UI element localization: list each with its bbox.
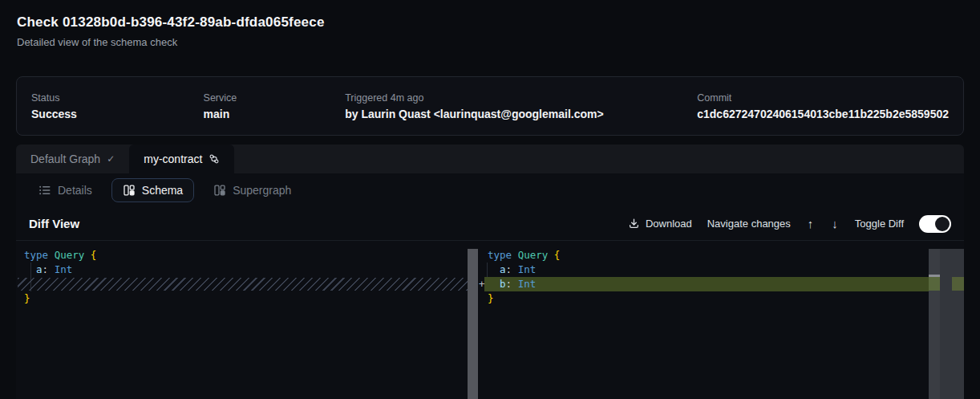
code-line: a: Int: [478, 263, 929, 277]
navigate-changes-label: Navigate changes: [707, 218, 791, 230]
triggered-label: Triggered 4m ago: [345, 92, 697, 104]
tab-schema-label: Schema: [142, 184, 183, 197]
code-line: type Query {: [16, 248, 468, 263]
status-label: Status: [31, 92, 204, 104]
check-icon: ✓: [107, 153, 115, 165]
minimap-added-marker: [929, 277, 940, 291]
toggle-diff-switch[interactable]: [919, 215, 951, 233]
diff-view-title: Diff View: [29, 217, 79, 230]
tab-details-label: Details: [58, 184, 92, 197]
commit-value: c1dc62724702406154013cbe11b225b2e5859502: [697, 108, 949, 120]
code-line: type Query {: [478, 248, 929, 263]
service-column: Service main: [204, 92, 346, 120]
next-change-button[interactable]: ↓: [830, 217, 840, 230]
tab-default-graph[interactable]: Default Graph ✓: [16, 145, 129, 173]
left-pane-scrollbar[interactable]: [468, 249, 478, 399]
added-code-line: + b: Int: [478, 277, 929, 291]
toggle-diff-label: Toggle Diff: [855, 218, 904, 230]
columns-icon: [213, 184, 226, 197]
triggered-column: Triggered 4m ago by Laurin Quast <laurin…: [345, 92, 697, 120]
status-value: Success: [31, 108, 204, 120]
triggered-value: by Laurin Quast <laurinquast@googlemail.…: [345, 108, 697, 120]
arrow-down-icon: ↓: [832, 217, 838, 230]
arrow-up-icon: ↑: [808, 217, 814, 230]
code-line: }: [16, 291, 468, 306]
diff-pane-after[interactable]: type Query { a: Int+ b: Int}: [478, 241, 929, 399]
toggle-knob: [935, 217, 950, 231]
list-icon: [38, 184, 51, 197]
tab-my-contract[interactable]: my-contract: [129, 145, 234, 173]
added-line-plus-sign: +: [479, 277, 485, 291]
download-label: Download: [646, 218, 692, 230]
graph-tab-strip: Default Graph ✓ my-contract: [16, 145, 964, 173]
schema-check-page: Check 01328b0d-b396-43f2-89ab-dfda065fee…: [0, 0, 980, 399]
tab-default-graph-label: Default Graph: [30, 153, 100, 165]
page-title: Check 01328b0d-b396-43f2-89ab-dfda065fee…: [17, 14, 325, 31]
columns-icon: [123, 184, 136, 197]
check-summary-card: Status Success Service main Triggered 4m…: [16, 76, 964, 136]
tab-schema[interactable]: Schema: [111, 178, 194, 202]
code-line: a: Int: [16, 263, 468, 277]
contract-panel: Details Schema: [16, 173, 964, 399]
code-line: }: [478, 291, 929, 306]
diff-placeholder-line: [18, 278, 468, 291]
git-compare-icon: [209, 153, 220, 165]
tab-details[interactable]: Details: [27, 178, 103, 202]
commit-label: Commit: [697, 92, 949, 104]
diff-view-header: Diff View Download Navigate changes ↑: [16, 207, 964, 241]
navigate-changes-button[interactable]: Navigate changes: [707, 218, 791, 230]
download-button[interactable]: Download: [628, 218, 692, 230]
overview-ruler-added-marker: [952, 277, 964, 291]
diff-controls: Download Navigate changes ↑ ↓ Toggle Dif…: [628, 215, 951, 233]
previous-change-button[interactable]: ↑: [806, 217, 816, 230]
service-label: Service: [204, 92, 346, 104]
page-subtitle: Detailed view of the schema check: [17, 36, 325, 48]
view-tabs: Details Schema: [16, 173, 964, 207]
service-value: main: [204, 108, 346, 120]
minimap[interactable]: [929, 249, 964, 399]
page-header: Check 01328b0d-b396-43f2-89ab-dfda065fee…: [17, 14, 325, 48]
minimap-slider-column: [929, 249, 940, 399]
tab-my-contract-label: my-contract: [144, 153, 202, 165]
diff-editor: type Query { a: Int} type Query { a: Int…: [16, 241, 964, 399]
tab-supergraph[interactable]: Supergraph: [202, 178, 302, 202]
status-column: Status Success: [31, 92, 204, 120]
diff-pane-before[interactable]: type Query { a: Int}: [16, 241, 468, 399]
download-icon: [628, 218, 640, 230]
tab-supergraph-label: Supergraph: [233, 184, 291, 197]
commit-column: Commit c1dc62724702406154013cbe11b225b2e…: [697, 92, 949, 120]
